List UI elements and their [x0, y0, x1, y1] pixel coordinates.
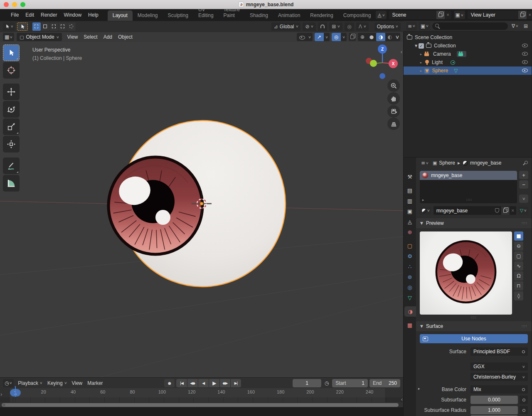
- transform-orientation-dropdown[interactable]: ⊿ Global ∨: [271, 22, 301, 31]
- mode-dropdown[interactable]: ▢ Object Mode ∨: [17, 33, 62, 41]
- viewport-menu-view[interactable]: View: [64, 33, 81, 41]
- new-scene-button[interactable]: [436, 11, 445, 19]
- tool-select-box[interactable]: [3, 44, 20, 61]
- outliner-item-name[interactable]: Camera: [433, 51, 451, 57]
- panel-grip[interactable]: ∷∷: [522, 324, 527, 328]
- timeline-editor-type-dropdown[interactable]: ◷∨: [3, 379, 14, 387]
- select-mode-extend[interactable]: [41, 22, 49, 31]
- new-collection-button[interactable]: ⊞: [522, 22, 530, 30]
- play-reverse-button[interactable]: ◀: [198, 379, 209, 387]
- snap-toggle[interactable]: [318, 22, 327, 31]
- tool-transform[interactable]: [3, 136, 20, 153]
- use-nodes-button[interactable]: Use Nodes: [420, 334, 528, 343]
- remove-slot-button[interactable]: −: [519, 180, 528, 189]
- preview-type-hair[interactable]: ∿: [514, 261, 523, 271]
- properties-tab-object-data[interactable]: ▽: [404, 293, 416, 303]
- gizmo-x-axis[interactable]: X: [389, 59, 398, 68]
- preview-panel-header[interactable]: ▼ Preview ∷∷: [416, 218, 532, 228]
- remove-view-layer-button[interactable]: ×: [527, 12, 532, 18]
- tool-measure[interactable]: [3, 175, 20, 192]
- socket-button[interactable]: [520, 396, 528, 404]
- workspace-tab-shading[interactable]: Shading: [245, 10, 273, 21]
- timeline-collapse-arrow[interactable]: ‹: [401, 396, 403, 402]
- select-dropdown[interactable]: Christensen-Burley∨: [470, 373, 528, 381]
- frame-start-field[interactable]: Start 1: [332, 379, 368, 387]
- gizmo-z-axis[interactable]: Z: [378, 44, 387, 54]
- vector-field-x[interactable]: 1.000: [470, 406, 518, 414]
- timeline-tickstrip[interactable]: [0, 397, 403, 402]
- outliner-row-scene-collection[interactable]: Scene Collection: [404, 33, 532, 42]
- workspace-tab-rendering[interactable]: Rendering: [305, 10, 338, 21]
- node-input-field[interactable]: Principled BSDF: [470, 347, 528, 356]
- active-tool-button[interactable]: [17, 22, 28, 31]
- properties-tab-output[interactable]: ▥: [404, 196, 416, 206]
- frame-end-field[interactable]: End 250: [369, 379, 400, 387]
- preview-type-cube[interactable]: ▢: [514, 251, 523, 261]
- pivot-point-dropdown[interactable]: ⊘∨: [303, 22, 316, 31]
- use-preview-range-toggle[interactable]: ◷: [323, 379, 330, 387]
- properties-tab-render[interactable]: ▤: [404, 185, 416, 196]
- select-mode-invert[interactable]: [59, 22, 67, 31]
- properties-tab-modifiers[interactable]: ⚙: [404, 251, 416, 261]
- mesh-data-icon[interactable]: ▽: [454, 68, 458, 74]
- show-overlays-toggle[interactable]: ◎∨: [332, 33, 347, 41]
- view-layer-field[interactable]: View Layer ×: [468, 11, 532, 19]
- material-name[interactable]: mngeye_base: [436, 208, 495, 214]
- timeline-ruler[interactable]: 1 20406080100120140160180200220240: [0, 388, 403, 397]
- material-slot-list[interactable]: mngeye_base ▸∷∷: [420, 171, 517, 203]
- preview-type-monkey[interactable]: Ω: [514, 271, 523, 281]
- slot-specials-dropdown[interactable]: ∨: [519, 194, 528, 203]
- viewport-menu-object[interactable]: Object: [115, 33, 135, 41]
- shading-wireframe-button[interactable]: ⊕: [358, 34, 367, 40]
- material-slot[interactable]: mngeye_base: [420, 171, 517, 180]
- scene-browse-button[interactable]: ◬∨: [376, 11, 386, 19]
- copy-material-button[interactable]: [501, 207, 510, 215]
- view-layer-browse-button[interactable]: ▣∨: [454, 11, 465, 19]
- properties-tab-object[interactable]: ▢: [404, 241, 416, 251]
- outliner-display-mode-dropdown[interactable]: ▣∨: [419, 22, 430, 30]
- shading-dropdown[interactable]: ∨: [394, 34, 401, 40]
- workspace-tab-sculpting[interactable]: Sculpting: [163, 10, 193, 21]
- preview-type-cloth[interactable]: ⊓: [514, 281, 523, 290]
- workspace-tab-modeling[interactable]: Modeling: [133, 10, 163, 21]
- pin-icon[interactable]: [523, 160, 528, 166]
- gizmo-neg-z-axis[interactable]: [379, 73, 385, 79]
- play-button[interactable]: ▶: [209, 379, 219, 387]
- outliner-item-name[interactable]: Sphere: [432, 68, 448, 74]
- preview-type-flat[interactable]: ■: [514, 231, 523, 241]
- viewport-menu-add[interactable]: Add: [101, 33, 115, 41]
- outliner-row-light[interactable]: ▸Light: [404, 58, 532, 66]
- unlink-scene-button[interactable]: ×: [445, 12, 451, 18]
- menu-file[interactable]: File: [7, 11, 22, 19]
- close-window-button[interactable]: [4, 2, 9, 7]
- workspace-tab-layout[interactable]: Layout: [108, 10, 133, 21]
- add-slot-button[interactable]: +: [519, 171, 528, 179]
- outliner-row-sphere[interactable]: ▸▼Sphere▽: [404, 66, 532, 75]
- options-dropdown[interactable]: Options∨: [374, 22, 401, 31]
- new-view-layer-button[interactable]: [518, 11, 527, 19]
- snap-settings-dropdown[interactable]: ⊞∨: [329, 22, 342, 31]
- panel-grip[interactable]: ∷∷: [522, 221, 527, 225]
- properties-tab-view-layer[interactable]: ▣: [404, 206, 416, 217]
- expand-arrow-icon[interactable]: ▸: [420, 69, 424, 73]
- select-mode-set[interactable]: [32, 22, 41, 31]
- disclosure-triangle-icon[interactable]: ▼: [414, 44, 419, 48]
- camera-data-badge[interactable]: [457, 51, 466, 57]
- viewport-3d[interactable]: User Perspective (1) Collection | Sphere: [0, 42, 403, 377]
- light-data-badge[interactable]: [448, 59, 457, 66]
- hide-in-viewport-toggle[interactable]: [522, 67, 528, 74]
- current-frame-field[interactable]: 1: [293, 379, 321, 387]
- preview-resize-grip[interactable]: ∷∷: [416, 315, 532, 320]
- hide-in-viewport-toggle[interactable]: [522, 59, 528, 66]
- tool-annotate[interactable]: [3, 158, 20, 174]
- show-gizmo-toggle[interactable]: ↗∨: [315, 33, 330, 41]
- select-mode-intersect[interactable]: [67, 22, 76, 31]
- preview-type-sphere[interactable]: ⊖: [514, 241, 523, 251]
- timeline-menu-playback[interactable]: Playback∨: [15, 379, 45, 387]
- prev-keyframe-button[interactable]: ◀◆: [187, 379, 198, 387]
- zoom-view-button[interactable]: [387, 79, 400, 92]
- gizmo-y-axis[interactable]: [370, 60, 377, 67]
- active-tool-dropdown[interactable]: ∨: [3, 22, 15, 31]
- unlink-material-button[interactable]: ×: [510, 208, 516, 214]
- timeline-scrollbar[interactable]: [0, 402, 403, 408]
